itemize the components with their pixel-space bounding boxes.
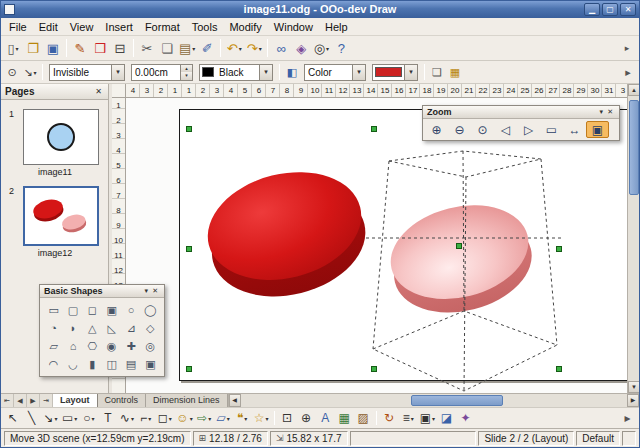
redo[interactable]: ↷▾ (244, 38, 264, 59)
scroll-left-icon[interactable]: ◀ (229, 394, 241, 407)
edit-points-toggle[interactable]: ⊡▾ (278, 409, 297, 427)
navigator[interactable]: ◈▾ (291, 38, 311, 59)
shape-diamond[interactable]: ◇ (141, 319, 160, 337)
maximize-button[interactable]: ▢ (602, 3, 618, 16)
line-color-select[interactable]: Black ▾ (199, 64, 273, 81)
shape-octagon[interactable]: ◉ (102, 337, 121, 355)
selection-handle[interactable] (186, 246, 192, 252)
horizontal-scrollbar-track[interactable] (241, 394, 627, 407)
hyperlink[interactable]: ∞▾ (271, 38, 291, 59)
titlebar[interactable]: image11.odg - OOo-dev Draw ▁ ▢ ✕ (1, 1, 639, 18)
basic-shapes[interactable]: ◻▾ (155, 409, 174, 427)
close-icon[interactable]: ✕ (605, 108, 615, 116)
horizontal-scrollbar-thumb[interactable] (411, 395, 504, 406)
slide-indicator[interactable]: Slide 2 / 2 (Layout) (478, 431, 574, 446)
interaction[interactable]: ✦▾ (456, 409, 475, 427)
object-zoom[interactable]: ▣▾ (586, 121, 609, 138)
curve-tool[interactable]: ∿▾ (117, 409, 136, 427)
display-grid[interactable]: ▦▾ (446, 63, 464, 81)
insert-picture-from-file[interactable]: ▦▾ (335, 409, 354, 427)
undo[interactable]: ↶▾ (224, 38, 244, 59)
first-tab-button[interactable]: ⇤ (1, 394, 14, 407)
callouts[interactable]: ❝▾ (233, 409, 252, 427)
shape-cross[interactable]: ✚ (121, 337, 140, 355)
rectangle-tool[interactable]: ▭▾ (60, 409, 79, 427)
spinner-buttons[interactable]: ▴▾ (180, 65, 192, 80)
connector-tool[interactable]: ⌐▾ (136, 409, 155, 427)
arrange[interactable]: ▣▾ (418, 409, 437, 427)
menu-item[interactable]: Help (319, 20, 354, 34)
palette-menu-icon[interactable]: ▾ (143, 287, 151, 295)
shape-trapezoid[interactable]: ⊿ (121, 319, 140, 337)
selection-handle[interactable] (186, 126, 192, 132)
alignment[interactable]: ≡▾ (399, 409, 418, 427)
tab-layout[interactable]: Layout (53, 394, 98, 407)
extrusion-on-off[interactable]: ◪▾ (437, 409, 456, 427)
shape-ellipse[interactable]: ◯ (141, 301, 160, 319)
tab-dimension-lines[interactable]: Dimension Lines (146, 394, 228, 407)
tab-controls[interactable]: Controls (98, 394, 147, 407)
last-tab-button[interactable]: ⇥ (40, 394, 53, 407)
line[interactable]: ╲▾ (22, 409, 41, 427)
chevron-down-icon[interactable]: ▾ (259, 65, 272, 80)
palette-menu-icon[interactable]: ▾ (598, 108, 606, 116)
toolbar-options-button[interactable]: ▸ (619, 63, 637, 81)
area-dialog[interactable]: ◧ (283, 63, 301, 81)
shape-rounded-square[interactable]: ▣ (102, 301, 121, 319)
edit-points[interactable]: ⊙▾ (3, 63, 21, 81)
menu-item[interactable]: Insert (99, 20, 139, 34)
shape-folded-corner[interactable]: ▤ (121, 355, 140, 373)
stars-banners[interactable]: ☆▾ (252, 409, 271, 427)
print[interactable]: ⊟▾ (110, 38, 130, 59)
shape-frame[interactable]: ▣ (141, 355, 160, 373)
shape-hexagon[interactable]: ⎔ (83, 337, 102, 355)
chevron-down-icon[interactable]: ▾ (404, 65, 417, 80)
scroll-up-icon[interactable]: ▲ (628, 84, 640, 96)
drawing-canvas[interactable]: Zoom ▾ ✕ ⊕▾ ⊖▾ ⊙▾ ◁▾ ▷▾ ▭▾ ↔▾ ▣▾ (126, 98, 627, 393)
line-width-input[interactable]: 0.00cm ▴▾ (131, 64, 193, 81)
shape-circle[interactable]: ○ (121, 301, 140, 319)
zoom-next[interactable]: ▷▾ (517, 121, 540, 138)
menu-item[interactable]: Modify (223, 20, 267, 34)
open[interactable]: ❐▾ (23, 38, 43, 59)
save[interactable]: ▣▾ (43, 38, 63, 59)
edit-file[interactable]: ✎▾ (70, 38, 90, 59)
copy[interactable]: ❏▾ (157, 38, 177, 59)
selection-handle[interactable] (371, 126, 377, 132)
menu-item[interactable]: Tools (186, 20, 224, 34)
ellipse-tool[interactable]: ○▾ (79, 409, 98, 427)
page[interactable] (179, 109, 627, 381)
next-tab-button[interactable]: ▶ (27, 394, 40, 407)
menu-item[interactable]: View (64, 20, 100, 34)
shape-circle-segment[interactable]: ◗ (63, 319, 82, 337)
text-tool[interactable]: T▾ (98, 409, 117, 427)
shadow-toggle[interactable]: ❏▾ (428, 63, 446, 81)
close-button[interactable]: ✕ (620, 3, 636, 16)
selection-handle[interactable] (556, 246, 562, 252)
menu-item[interactable]: Window (268, 20, 319, 34)
previous-tab-button[interactable]: ◀ (14, 394, 27, 407)
arrow-style[interactable]: ↘▾ (21, 63, 39, 81)
shape-block-arc[interactable]: ◠ (44, 355, 63, 373)
close-icon[interactable]: ✕ (150, 287, 160, 295)
minimize-button[interactable]: ▁ (584, 3, 600, 16)
horizontal-scrollbar[interactable]: ◀ ▶ (228, 394, 639, 407)
select[interactable]: ↖▾ (3, 409, 22, 427)
rotation-center-handle[interactable] (456, 243, 462, 249)
cut[interactable]: ✂▾ (137, 38, 157, 59)
shape-pentagon[interactable]: ⌂ (63, 337, 82, 355)
zoom-palette-header[interactable]: Zoom ▾ ✕ (423, 106, 619, 119)
shape-triangle[interactable]: △ (83, 319, 102, 337)
page-style[interactable]: Default (576, 431, 620, 446)
scroll-down-icon[interactable]: ▼ (628, 381, 640, 393)
symbol-shapes[interactable]: ☺▾ (174, 409, 194, 427)
zoom-page-width[interactable]: ↔▾ (563, 121, 586, 138)
zoom-previous[interactable]: ◁▾ (494, 121, 517, 138)
menu-item[interactable]: Format (139, 20, 186, 34)
help[interactable]: ?▾ (331, 38, 351, 59)
shape-rectangle[interactable]: ▭ (44, 301, 63, 319)
toolbar-options-button[interactable]: ▸ (618, 409, 637, 427)
zoom-out[interactable]: ⊖▾ (448, 121, 471, 138)
zoom-entire-page[interactable]: ▭▾ (540, 121, 563, 138)
shape-arc[interactable]: ◡ (63, 355, 82, 373)
